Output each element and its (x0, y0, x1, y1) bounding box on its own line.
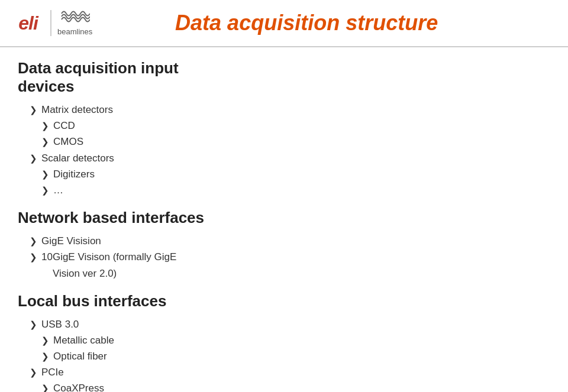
local-bus-list: ❯USB 3.0 ❯Metallic cable ❯Optical fiber … (18, 316, 550, 392)
list-item: ❯CoaXPress (41, 380, 550, 392)
arrow-icon: ❯ (30, 151, 38, 166)
list-item: ❯Scalar detectors (30, 150, 550, 166)
item-text: USB 3.0 (41, 316, 79, 332)
list-item: ❯10GigE Visison (formally GigE Vision ve… (30, 249, 550, 281)
arrow-icon: ❯ (30, 250, 38, 264)
arrow-icon: ❯ (41, 349, 50, 364)
network-interfaces-list: ❯GigE Visision ❯10GigE Visison (formally… (18, 233, 550, 281)
item-text: CMOS (53, 134, 83, 150)
list-item: ❯Digitizers (41, 166, 550, 182)
arrow-icon: ❯ (41, 183, 50, 197)
list-item: ❯CMOS (41, 134, 550, 150)
section-input-devices-title: Data acquisition inputdevices (18, 59, 550, 96)
item-text: GigE Visision (41, 233, 101, 249)
item-text: PCIe (41, 364, 64, 380)
list-item: ❯Optical fiber (41, 348, 550, 364)
section-network-interfaces: Network based interfaces ❯GigE Visision … (18, 209, 550, 281)
beamlines-logo: beamlines (50, 10, 92, 36)
item-text: Digitizers (53, 166, 95, 182)
optical-fiber-text: Optical fiber (53, 348, 107, 364)
list-item: ❯GigE Visision (30, 233, 550, 249)
arrow-icon: ❯ (41, 135, 50, 149)
list-item: ❯PCIe (30, 364, 550, 380)
beamlines-waves-icon (60, 10, 90, 26)
item-text: 10GigE Visison (formally GigE Vision ver… (41, 249, 176, 281)
list-item: ❯… (41, 182, 550, 198)
list-item: ❯Metallic cable (41, 332, 550, 348)
item-text: Matrix detectors (41, 102, 113, 118)
main-content: Data acquisition inputdevices ❯Matrix de… (0, 47, 568, 392)
section-local-bus-title: Local bus interfaces (18, 292, 550, 310)
input-devices-list: ❯Matrix detectors ❯CCD ❯CMOS ❯Scalar det… (18, 102, 550, 198)
item-text: Metallic cable (53, 332, 114, 348)
page-title: Data acquisition structure (92, 11, 556, 35)
item-text: CoaXPress (53, 380, 104, 392)
logo-area: eli beamlines (12, 8, 92, 38)
eli-logo: eli (12, 8, 44, 38)
eli-text: eli (18, 12, 38, 34)
section-network-title: Network based interfaces (18, 209, 550, 227)
item-text: CCD (53, 118, 75, 134)
beamlines-label: beamlines (57, 27, 92, 36)
page-header: eli beamlines Data acquisition structure (0, 0, 568, 47)
arrow-icon: ❯ (30, 234, 38, 248)
list-item: ❯Matrix detectors (30, 102, 550, 118)
item-text: Scalar detectors (41, 150, 114, 166)
arrow-icon: ❯ (30, 103, 38, 117)
item-text: … (53, 182, 63, 198)
arrow-icon: ❯ (41, 381, 50, 392)
arrow-icon: ❯ (41, 167, 50, 182)
section-input-devices: Data acquisition inputdevices ❯Matrix de… (18, 59, 550, 198)
list-item: ❯USB 3.0 (30, 316, 550, 332)
section-local-bus: Local bus interfaces ❯USB 3.0 ❯Metallic … (18, 292, 550, 392)
arrow-icon: ❯ (30, 365, 38, 380)
arrow-icon: ❯ (30, 318, 38, 332)
list-item: ❯CCD (41, 118, 550, 134)
arrow-icon: ❯ (41, 119, 50, 133)
arrow-icon: ❯ (41, 333, 50, 348)
